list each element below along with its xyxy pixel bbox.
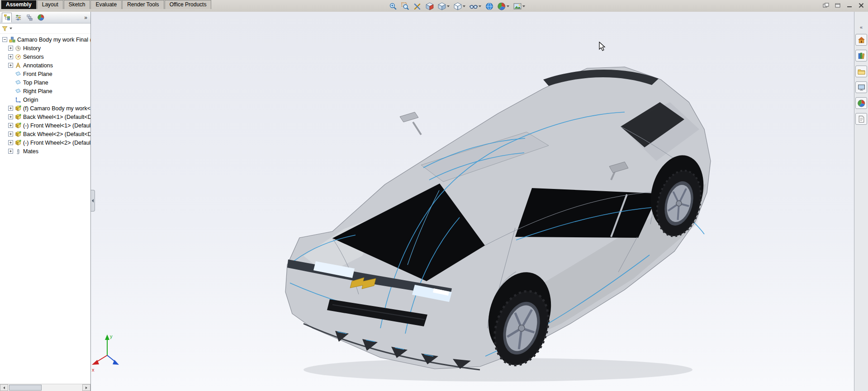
ribbon-tabs: Assembly Layout Sketch Evaluate Render T…: [1, 0, 211, 9]
part-icon: [15, 105, 21, 112]
plane-icon: [15, 88, 21, 94]
origin-icon: [15, 97, 21, 103]
car-shadow: [304, 358, 693, 382]
zoom-to-fit-button[interactable]: [400, 1, 410, 11]
appearances-scenes-tab[interactable]: [855, 97, 867, 109]
scroll-left-button[interactable]: [0, 384, 8, 391]
tree-item-label: Front Plane: [23, 71, 52, 77]
triad-x-label: x: [92, 367, 95, 372]
view-settings-button[interactable]: [512, 1, 526, 11]
edit-appearance-button[interactable]: [497, 1, 510, 11]
expand-toggle[interactable]: [8, 63, 13, 68]
hide-show-items-button[interactable]: [469, 1, 482, 11]
displaymanager-tab[interactable]: [36, 13, 46, 23]
panel-horizontal-scrollbar[interactable]: [0, 384, 90, 391]
expand-toggle[interactable]: [8, 106, 13, 111]
tree-item-annotations[interactable]: Annotations: [0, 61, 90, 70]
part-icon: [15, 131, 21, 137]
history-icon: [15, 45, 21, 52]
filter-dropdown-caret[interactable]: [9, 28, 12, 29]
view-palette-tab[interactable]: [855, 81, 867, 93]
panel-more-tabs-button[interactable]: »: [83, 14, 89, 21]
zoom-to-area-button[interactable]: [388, 1, 398, 11]
tree-item-origin[interactable]: Origin: [0, 95, 90, 104]
tree-item-mates[interactable]: Mates: [0, 147, 90, 155]
3d-viewport[interactable]: x y: [91, 12, 854, 391]
tree-item-back-wheel-2[interactable]: Back Wheel<2> (Default<Dis: [0, 130, 90, 138]
design-library-tab[interactable]: [855, 50, 867, 61]
graphics-area[interactable]: x y: [91, 12, 854, 391]
tree-item-top-plane[interactable]: Top Plane: [0, 78, 90, 87]
featuremanager-tab[interactable]: [2, 13, 12, 23]
tab-layout[interactable]: Layout: [37, 0, 63, 9]
dropdown-caret[interactable]: [447, 5, 450, 7]
display-style-button[interactable]: [453, 1, 466, 11]
tree-item-sensors[interactable]: Sensors: [0, 52, 90, 61]
solidworks-resources-tab[interactable]: [855, 34, 867, 46]
close-window-button[interactable]: [857, 2, 866, 9]
tree-item-camaro-body-component[interactable]: (f) Camaro Body my work<1: [0, 104, 90, 113]
apply-scene-button[interactable]: [484, 1, 494, 11]
dropdown-caret[interactable]: [463, 5, 465, 7]
tab-assembly[interactable]: Assembly: [1, 0, 37, 9]
scroll-right-button[interactable]: [82, 384, 90, 391]
tab-render-tools[interactable]: Render Tools: [122, 0, 164, 9]
task-pane-collapse-button[interactable]: «: [860, 24, 863, 30]
tree-item-front-wheel-1[interactable]: (-) Front Wheel<1> (Default<: [0, 121, 90, 130]
solidworks-window: Assembly Layout Sketch Evaluate Render T…: [0, 0, 868, 391]
view-settings-icon: [513, 2, 522, 10]
view-orientation-button[interactable]: [437, 1, 451, 11]
file-explorer-tab[interactable]: [855, 66, 867, 77]
configurationmanager-icon: [26, 14, 33, 21]
expand-toggle[interactable]: [8, 140, 13, 145]
tree-filter-row: [0, 24, 90, 34]
panel-collapse-handle[interactable]: [91, 190, 95, 212]
sensors-icon: [15, 54, 21, 60]
hide-show-items-icon: [470, 2, 478, 10]
tree-item-front-plane[interactable]: Front Plane: [0, 70, 90, 78]
minimize-window-button[interactable]: [845, 2, 854, 9]
custom-properties-tab[interactable]: [855, 113, 867, 125]
plane-icon: [15, 71, 21, 77]
tree-item-label: (f) Camaro Body my work<1: [23, 105, 90, 112]
selection-filter-button[interactable]: [413, 1, 422, 11]
expand-toggle[interactable]: [8, 114, 13, 119]
tab-office-products[interactable]: Office Products: [165, 0, 212, 9]
restore-window-button[interactable]: [833, 2, 842, 9]
tree-item-history[interactable]: History: [0, 44, 90, 52]
view-orientation-icon: [438, 2, 446, 10]
expand-toggle[interactable]: [8, 54, 13, 59]
tree-item-front-wheel-2[interactable]: (-) Front Wheel<2> (Default<: [0, 138, 90, 147]
tree-root-item[interactable]: Camaro Body my work Final (D: [0, 35, 90, 44]
command-manager-bar: Assembly Layout Sketch Evaluate Render T…: [0, 0, 868, 12]
tree-item-right-plane[interactable]: Right Plane: [0, 87, 90, 95]
triad-y-label: y: [110, 334, 113, 339]
tree-item-label: Back Wheel<1> (Default<Dis: [23, 114, 90, 120]
tree-item-label: Annotations: [23, 62, 53, 69]
expand-toggle[interactable]: [8, 123, 13, 128]
propertymanager-tab[interactable]: [13, 13, 23, 23]
expand-toggle[interactable]: [8, 132, 13, 137]
camaro-model[interactable]: [285, 67, 711, 372]
expand-toggle[interactable]: [8, 46, 13, 51]
tree-item-back-wheel-1[interactable]: Back Wheel<1> (Default<Dis: [0, 113, 90, 121]
assembly-icon: [9, 37, 15, 43]
arrange-windows-button[interactable]: [821, 2, 830, 9]
filter-funnel-icon[interactable]: [2, 26, 8, 32]
expand-toggle[interactable]: [8, 149, 13, 154]
dropdown-caret[interactable]: [522, 5, 525, 7]
panel-tab-bar: »: [0, 12, 90, 24]
dropdown-caret[interactable]: [479, 5, 481, 7]
configurationmanager-tab[interactable]: [24, 13, 34, 23]
tree-item-label: Sensors: [23, 54, 44, 60]
tab-evaluate[interactable]: Evaluate: [90, 0, 122, 9]
mouse-cursor: [599, 42, 607, 52]
books-icon: [858, 52, 865, 60]
displaymanager-icon: [38, 14, 44, 21]
collapse-toggle[interactable]: [2, 37, 7, 42]
scrollbar-thumb[interactable]: [9, 385, 42, 391]
tab-sketch[interactable]: Sketch: [64, 0, 90, 9]
tree-item-label: (-) Front Wheel<1> (Default<: [23, 122, 90, 129]
section-view-button[interactable]: [425, 1, 435, 11]
dropdown-caret[interactable]: [507, 5, 509, 7]
